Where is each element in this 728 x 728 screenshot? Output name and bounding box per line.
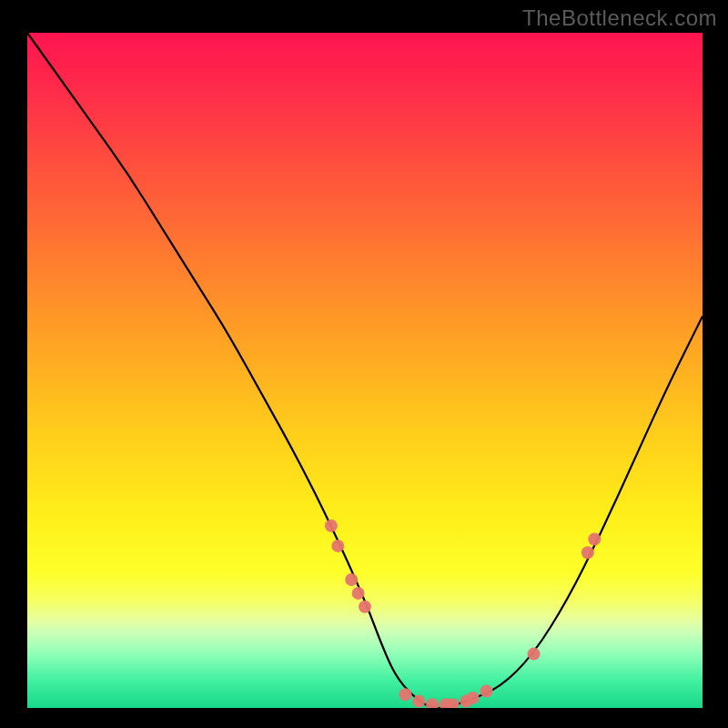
curve-marker	[325, 520, 338, 532]
curve-marker	[581, 546, 594, 559]
curve-marker	[528, 648, 541, 661]
plot-area	[27, 33, 703, 708]
curve-marker	[480, 685, 493, 698]
curve-marker	[588, 533, 601, 546]
curve-marker	[399, 688, 412, 701]
chart-frame: TheBottleneck.com	[0, 0, 728, 728]
curve-marker	[345, 573, 358, 586]
curve-marker	[426, 698, 439, 708]
curve-marker	[412, 695, 425, 708]
watermark-text: TheBottleneck.com	[522, 5, 717, 31]
bottleneck-curve	[27, 33, 703, 708]
curve-marker	[352, 587, 365, 600]
curve-marker	[359, 601, 371, 613]
curve-marker	[331, 540, 344, 552]
curve-marker	[467, 692, 480, 704]
